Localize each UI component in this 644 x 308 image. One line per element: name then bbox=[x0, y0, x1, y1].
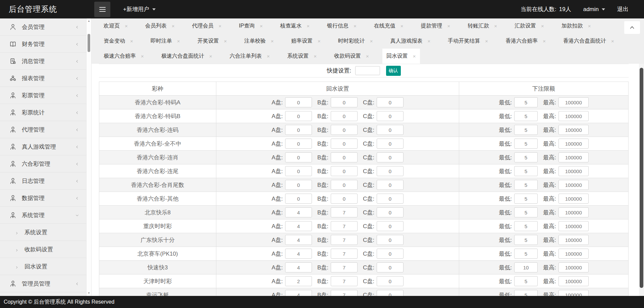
plate-c-input[interactable] bbox=[377, 194, 404, 204]
tab-close-icon[interactable]: × bbox=[318, 38, 321, 44]
tab-close-icon[interactable]: × bbox=[413, 53, 416, 59]
plate-c-input[interactable] bbox=[377, 207, 404, 217]
plate-b-input[interactable] bbox=[331, 125, 358, 135]
sidebar-subitem[interactable]: 回水设置 bbox=[0, 258, 86, 275]
max-bet-input[interactable] bbox=[558, 221, 589, 231]
tab[interactable]: 会员列表× bbox=[141, 18, 179, 34]
plate-b-input[interactable] bbox=[331, 276, 358, 286]
sidebar-subitem[interactable]: 收款码设置 bbox=[0, 241, 86, 258]
plate-c-input[interactable] bbox=[377, 235, 404, 245]
max-bet-input[interactable] bbox=[558, 125, 589, 135]
min-bet-input[interactable] bbox=[514, 111, 538, 121]
scroll-down-icon[interactable]: ▼ bbox=[87, 291, 91, 296]
tab-close-icon[interactable]: × bbox=[611, 38, 614, 44]
min-bet-input[interactable] bbox=[514, 221, 538, 231]
tab[interactable]: 即时注单× bbox=[147, 34, 184, 49]
sidebar-item[interactable]: 真人游戏管理 bbox=[0, 138, 86, 155]
plate-b-input[interactable] bbox=[331, 180, 358, 190]
tab-close-icon[interactable]: × bbox=[588, 23, 591, 29]
menu-toggle-button[interactable] bbox=[94, 2, 110, 17]
tab-close-icon[interactable]: × bbox=[541, 23, 544, 29]
sidebar-item[interactable]: 会员管理 bbox=[0, 18, 86, 36]
max-bet-input[interactable] bbox=[558, 97, 589, 107]
tab-close-icon[interactable]: × bbox=[307, 23, 310, 29]
tab[interactable]: 真人游戏报表× bbox=[386, 34, 435, 49]
tab-close-icon[interactable]: × bbox=[366, 53, 369, 59]
max-bet-input[interactable] bbox=[558, 180, 589, 190]
plate-a-input[interactable] bbox=[285, 207, 312, 217]
scroll-up-icon[interactable]: ▲ bbox=[87, 19, 91, 23]
tab-close-icon[interactable]: × bbox=[224, 38, 227, 44]
sidebar-item[interactable]: 彩票管理 bbox=[0, 87, 86, 104]
max-bet-input[interactable] bbox=[558, 152, 589, 162]
sidebar-scrollbar[interactable]: ▲ ▼ bbox=[86, 18, 92, 296]
tab[interactable]: 开奖设置× bbox=[194, 34, 231, 49]
tab[interactable]: 提款管理× bbox=[417, 18, 454, 34]
plate-b-input[interactable] bbox=[331, 139, 358, 149]
sidebar-scrollbar-thumb[interactable] bbox=[88, 34, 90, 52]
plate-b-input[interactable] bbox=[331, 152, 358, 162]
quick-set-input[interactable] bbox=[355, 66, 380, 75]
tab-close-icon[interactable]: × bbox=[177, 38, 180, 44]
plate-b-input[interactable] bbox=[331, 166, 358, 176]
tab-close-icon[interactable]: × bbox=[314, 53, 317, 59]
plate-c-input[interactable] bbox=[377, 139, 404, 149]
min-bet-input[interactable] bbox=[514, 290, 538, 296]
sidebar-item[interactable]: 系统管理 bbox=[0, 207, 86, 224]
plate-a-input[interactable] bbox=[285, 111, 312, 121]
sidebar-item[interactable]: 六合彩管理 bbox=[0, 155, 86, 172]
plate-c-input[interactable] bbox=[377, 276, 404, 286]
max-bet-input[interactable] bbox=[558, 290, 589, 296]
max-bet-input[interactable] bbox=[558, 166, 589, 176]
user-menu[interactable]: admin bbox=[583, 6, 605, 13]
plate-b-input[interactable] bbox=[331, 97, 358, 107]
plate-a-input[interactable] bbox=[285, 221, 312, 231]
tab-close-icon[interactable]: × bbox=[125, 23, 128, 29]
plate-c-input[interactable] bbox=[377, 166, 404, 176]
min-bet-input[interactable] bbox=[514, 166, 538, 176]
tab[interactable]: 系统设置× bbox=[283, 49, 321, 64]
tab-close-icon[interactable]: × bbox=[271, 38, 274, 44]
plate-c-input[interactable] bbox=[377, 152, 404, 162]
plate-a-input[interactable] bbox=[285, 166, 312, 176]
tab-close-icon[interactable]: × bbox=[370, 38, 373, 44]
plate-a-input[interactable] bbox=[285, 152, 312, 162]
tab-close-icon[interactable]: × bbox=[130, 38, 133, 44]
collapse-tabs-button[interactable] bbox=[624, 21, 640, 34]
plate-c-input[interactable] bbox=[377, 125, 404, 135]
tab[interactable]: 极速六合赔率× bbox=[100, 49, 148, 64]
tab[interactable]: 代理会员× bbox=[188, 18, 226, 34]
plate-b-input[interactable] bbox=[331, 221, 358, 231]
tab-close-icon[interactable]: × bbox=[494, 23, 497, 29]
max-bet-input[interactable] bbox=[558, 139, 589, 149]
sidebar-item[interactable]: 管理员管理 bbox=[0, 275, 86, 292]
sidebar-item[interactable]: 数据管理 bbox=[0, 190, 86, 207]
min-bet-input[interactable] bbox=[514, 97, 538, 107]
max-bet-input[interactable] bbox=[558, 194, 589, 204]
plate-a-input[interactable] bbox=[285, 180, 312, 190]
plate-a-input[interactable] bbox=[285, 276, 312, 286]
min-bet-input[interactable] bbox=[514, 276, 538, 286]
min-bet-input[interactable] bbox=[514, 125, 538, 135]
main-scrollbar[interactable] bbox=[639, 64, 644, 296]
plate-c-input[interactable] bbox=[377, 249, 404, 259]
min-bet-input[interactable] bbox=[514, 207, 538, 217]
tab-close-icon[interactable]: × bbox=[485, 38, 488, 44]
max-bet-input[interactable] bbox=[558, 249, 589, 259]
tab[interactable]: 在线充值× bbox=[370, 18, 408, 34]
tab-close-icon[interactable]: × bbox=[141, 53, 144, 59]
sidebar-item[interactable]: 消息管理 bbox=[0, 53, 86, 70]
plate-a-input[interactable] bbox=[285, 97, 312, 107]
plate-b-input[interactable] bbox=[331, 290, 358, 296]
tab-active[interactable]: 回水设置× bbox=[382, 49, 420, 64]
plate-c-input[interactable] bbox=[377, 290, 404, 296]
tab-close-icon[interactable]: × bbox=[260, 23, 263, 29]
tab-close-icon[interactable]: × bbox=[447, 23, 450, 29]
max-bet-input[interactable] bbox=[558, 276, 589, 286]
max-bet-input[interactable] bbox=[558, 262, 589, 272]
plate-c-input[interactable] bbox=[377, 111, 404, 121]
plate-a-input[interactable] bbox=[285, 290, 312, 296]
plate-c-input[interactable] bbox=[377, 262, 404, 272]
plate-a-input[interactable] bbox=[285, 125, 312, 135]
tab[interactable]: 赔率设置× bbox=[287, 34, 325, 49]
